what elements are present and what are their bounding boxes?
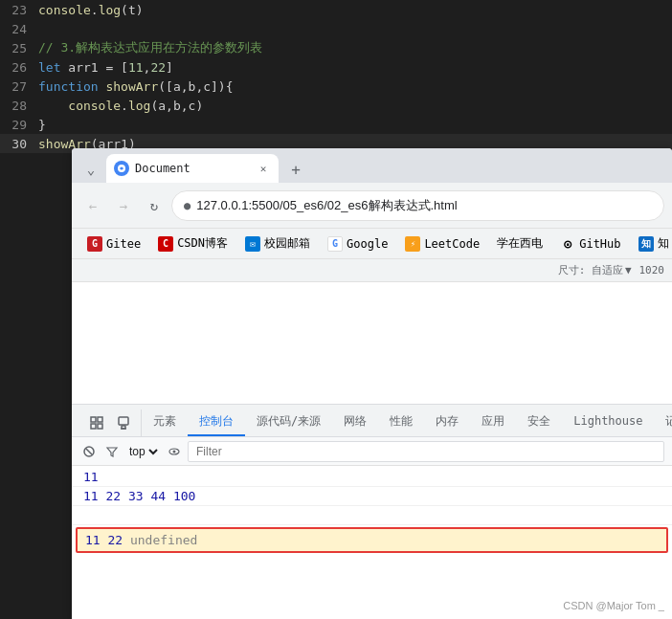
bookmark-label: LeetCode	[424, 237, 480, 251]
console-output: 11 11 22 33 44 100 11 22 undefined	[72, 466, 672, 619]
chevron-down-icon: ▼	[625, 264, 632, 276]
bookmark-gitee[interactable]: G Gitee	[79, 232, 148, 255]
bookmark-label: 校园邮箱	[264, 235, 310, 252]
code-content: function showArr([a,b,c]){	[38, 79, 234, 94]
google-icon: G	[327, 236, 343, 252]
svg-rect-4	[98, 424, 102, 429]
url-bar[interactable]: ● 127.0.0.1:5500/05_es6/02_es6解构表达式.html	[171, 190, 664, 221]
browser-content	[72, 282, 672, 404]
browser-tab[interactable]: Document ✕	[106, 154, 279, 183]
tab-favicon	[114, 161, 129, 176]
ruler-label: 尺寸: 自适应	[558, 263, 623, 277]
bookmark-label: GitHub	[579, 237, 620, 251]
filter-icon[interactable]	[102, 442, 122, 461]
zhihu-icon: 知	[638, 236, 654, 252]
url-text: 127.0.0.1:5500/05_es6/02_es6解构表达式.html	[196, 197, 457, 214]
tab-chevron-icon[interactable]: ⌄	[79, 156, 102, 183]
console-num-11: 11	[85, 533, 101, 547]
forward-button[interactable]: →	[110, 192, 137, 219]
lock-icon: ●	[184, 199, 190, 212]
bookmark-label: 学在西电	[497, 235, 543, 252]
tab-memory[interactable]: 内存	[424, 408, 470, 436]
mail-icon: ✉	[245, 236, 260, 252]
csdn-icon: C	[158, 236, 173, 252]
line-number: 26	[0, 60, 38, 75]
eye-icon[interactable]	[165, 442, 184, 461]
bookmark-github[interactable]: ⊙ GitHub	[552, 232, 628, 255]
code-line-29: 29 }	[0, 115, 672, 134]
clear-console-icon[interactable]	[79, 442, 99, 461]
tab-recorder[interactable]: 记录器	[654, 408, 672, 436]
tab-close-button[interactable]: ✕	[256, 161, 271, 176]
svg-rect-1	[91, 417, 96, 422]
new-tab-button[interactable]: +	[282, 156, 309, 183]
browser-window: ⌄ Document ✕ + ← → ↻ ● 127.0.0.1:5500/05…	[72, 148, 672, 619]
bookmark-xidian[interactable]: 学在西电	[489, 232, 550, 255]
console-line-highlighted: 11 22 undefined	[76, 527, 668, 553]
tab-console[interactable]: 控制台	[188, 408, 245, 436]
line-number: 23	[0, 3, 38, 17]
line-number: 30	[0, 137, 38, 151]
code-content: }	[38, 118, 46, 132]
ruler-dropdown[interactable]: 尺寸: 自适应 ▼	[558, 263, 632, 277]
code-content: console.log(t)	[38, 3, 144, 17]
console-toolbar: top	[72, 437, 672, 466]
console-line-3	[72, 506, 672, 525]
tab-security[interactable]: 安全	[516, 408, 562, 436]
tab-network[interactable]: 网络	[332, 408, 378, 436]
line-number: 24	[0, 22, 38, 36]
tab-title: Document	[135, 162, 250, 175]
code-content: // 3.解构表达式应用在方法的参数列表	[38, 39, 262, 56]
bookmark-label: CSDN博客	[177, 235, 228, 252]
bookmark-google[interactable]: G Google	[320, 232, 395, 255]
bookmark-csdn[interactable]: C CSDN博客	[150, 232, 235, 255]
back-button[interactable]: ←	[79, 192, 106, 219]
bookmark-label: Google	[347, 237, 388, 251]
devtools-tab-bar: 元素 控制台 源代码/来源 网络 性能 内存 应用 安全 Lighthouse …	[72, 405, 672, 437]
console-undefined: undefined	[130, 533, 197, 547]
tab-lighthouse[interactable]: Lighthouse	[562, 408, 654, 436]
bookmark-label: 知	[658, 235, 669, 252]
bookmark-mail[interactable]: ✉ 校园邮箱	[237, 232, 318, 255]
reload-button[interactable]: ↻	[141, 192, 168, 219]
code-editor: 23 console.log(t) 24 25 // 3.解构表达式应用在方法的…	[0, 0, 672, 153]
url-content: 127.0.0.1:5500/05_es6/02_es6解构表达式.html	[196, 198, 457, 212]
tab-bar: ⌄ Document ✕ +	[72, 148, 672, 183]
bookmarks-bar: G Gitee C CSDN博客 ✉ 校园邮箱 G Google ⚡ LeetC…	[72, 229, 672, 259]
console-space	[123, 533, 130, 547]
console-num-22: 22	[107, 533, 123, 547]
bookmark-label: Gitee	[106, 237, 141, 251]
bookmark-leetcode[interactable]: ⚡ LeetCode	[397, 232, 487, 255]
code-line-24: 24	[0, 19, 672, 38]
tab-elements[interactable]: 元素	[142, 408, 188, 436]
tab-application[interactable]: 应用	[470, 408, 516, 436]
tab-bar-left: ⌄	[79, 156, 102, 183]
code-line-25: 25 // 3.解构表达式应用在方法的参数列表	[0, 38, 672, 57]
context-selector[interactable]: top	[125, 441, 161, 462]
console-text: 11	[83, 470, 99, 484]
leetcode-icon: ⚡	[405, 236, 420, 252]
github-icon: ⊙	[560, 236, 575, 252]
inspect-element-icon[interactable]	[83, 409, 110, 436]
bookmark-zhihu[interactable]: 知 知	[631, 232, 672, 255]
console-line-2: 11 22 33 44 100	[72, 487, 672, 506]
console-filter-input[interactable]	[188, 441, 664, 462]
svg-rect-2	[98, 417, 102, 422]
code-line-23: 23 console.log(t)	[0, 0, 672, 19]
code-line-28: 28 console.log(a,b,c)	[0, 96, 672, 115]
tab-performance[interactable]: 性能	[378, 408, 424, 436]
console-space	[101, 533, 108, 547]
code-line-26: 26 let arr1 = [11,22]	[0, 57, 672, 77]
svg-rect-3	[91, 424, 96, 429]
line-number: 28	[0, 99, 38, 113]
gitee-icon: G	[87, 236, 102, 252]
tab-sources[interactable]: 源代码/来源	[245, 408, 332, 436]
watermark: CSDN @Major Tom _	[563, 600, 664, 611]
console-text	[83, 508, 91, 522]
ruler-value: 1020	[639, 264, 665, 276]
ruler-bar: 尺寸: 自适应 ▼ 1020	[72, 259, 672, 282]
console-text: 11 22 33 44 100	[83, 489, 195, 503]
line-number: 29	[0, 118, 38, 132]
svg-line-9	[86, 449, 92, 454]
device-toolbar-icon[interactable]	[110, 409, 137, 436]
